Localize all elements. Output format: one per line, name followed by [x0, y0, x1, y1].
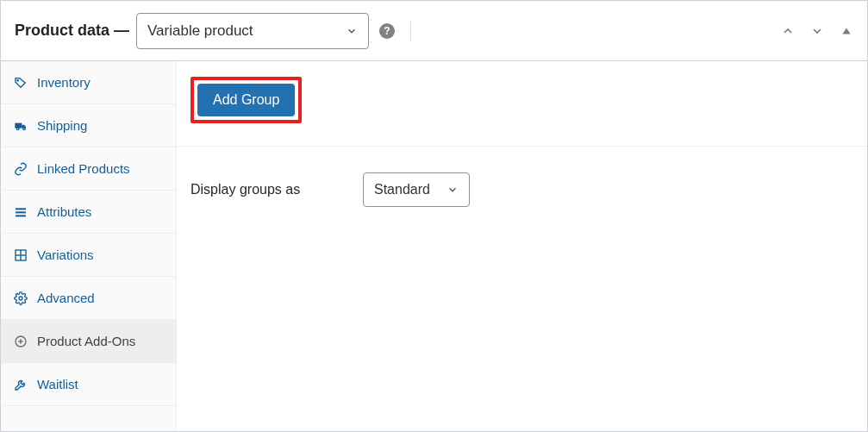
panel-title-text: Product data [15, 22, 109, 39]
tab-label: Inventory [37, 75, 91, 90]
plus-circle-icon [13, 334, 28, 349]
chevron-down-icon [346, 25, 358, 37]
link-icon [13, 161, 28, 177]
grid-icon [13, 247, 28, 263]
addons-toolbar: Add Group [177, 61, 867, 147]
panel-controls [779, 22, 855, 40]
move-down-button[interactable] [809, 22, 826, 40]
display-groups-row: Display groups as Standard [177, 147, 867, 233]
svg-point-11 [19, 297, 22, 300]
product-data-tabs: Inventory Shipping Linked Products Attri… [1, 61, 177, 431]
tag-icon [13, 75, 28, 91]
svg-point-3 [16, 128, 19, 130]
svg-rect-6 [16, 211, 26, 213]
svg-point-4 [23, 128, 26, 130]
gear-icon [13, 291, 28, 306]
tab-variations[interactable]: Variations [1, 234, 176, 277]
svg-rect-5 [16, 208, 26, 210]
wrench-icon [13, 377, 28, 392]
tab-product-addons[interactable]: Product Add-Ons [1, 320, 176, 363]
tab-waitlist[interactable]: Waitlist [1, 363, 176, 406]
product-type-select[interactable]: Variable product [136, 13, 369, 49]
move-up-button[interactable] [779, 22, 796, 40]
tab-label: Variations [37, 247, 94, 262]
panel-title-dash: — [114, 22, 129, 39]
tab-attributes[interactable]: Attributes [1, 191, 176, 234]
tab-label: Waitlist [37, 377, 78, 391]
tab-content: Add Group Display groups as Standard [177, 61, 867, 431]
display-groups-select[interactable]: Standard [363, 172, 470, 207]
svg-point-1 [17, 79, 18, 80]
display-groups-value: Standard [374, 182, 430, 197]
toggle-panel-button[interactable] [838, 22, 855, 40]
help-icon[interactable]: ? [379, 23, 395, 39]
divider [410, 22, 411, 41]
list-icon [13, 204, 28, 220]
truck-icon [13, 118, 28, 134]
tab-advanced[interactable]: Advanced [1, 277, 176, 320]
tab-label: Shipping [37, 118, 87, 133]
chevron-down-icon [446, 184, 459, 196]
svg-marker-0 [842, 28, 850, 34]
highlight-annotation: Add Group [190, 77, 302, 123]
tab-label: Attributes [37, 204, 91, 219]
tab-label: Linked Products [37, 161, 130, 176]
display-groups-label: Display groups as [190, 182, 328, 197]
tab-label: Product Add-Ons [37, 334, 135, 348]
svg-rect-7 [16, 215, 26, 216]
tab-label: Advanced [37, 291, 95, 305]
add-group-button[interactable]: Add Group [197, 84, 295, 116]
product-data-metabox: Product data — Variable product ? [0, 0, 868, 432]
panel-header: Product data — Variable product ? [1, 1, 867, 61]
panel-body: Inventory Shipping Linked Products Attri… [1, 61, 867, 431]
tab-inventory[interactable]: Inventory [1, 61, 176, 104]
tab-shipping[interactable]: Shipping [1, 104, 176, 147]
product-type-value: Variable product [147, 22, 253, 40]
panel-title: Product data — [15, 22, 129, 40]
tab-linked-products[interactable]: Linked Products [1, 147, 176, 191]
